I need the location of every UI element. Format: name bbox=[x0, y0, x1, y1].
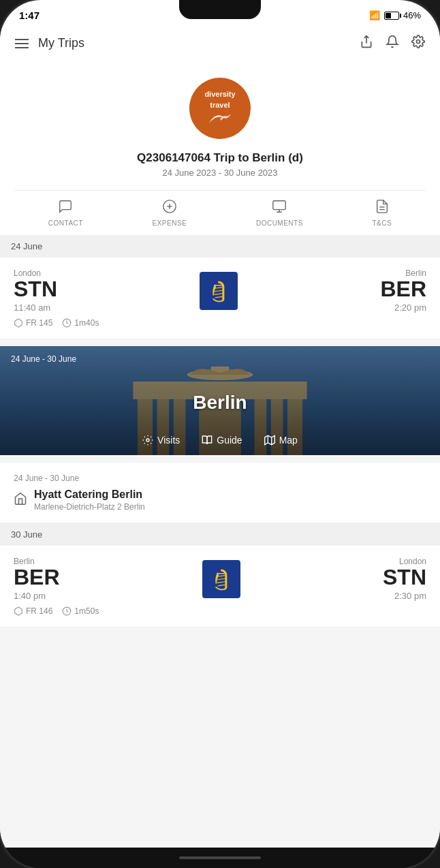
flight-number-out: FR 145 bbox=[14, 318, 52, 328]
return-origin-time: 1:40 pm bbox=[14, 591, 60, 601]
logo-text-line2: travel bbox=[210, 100, 230, 110]
guide-button[interactable]: Guide bbox=[202, 435, 242, 446]
page-title: My Trips bbox=[38, 36, 84, 50]
documents-icon bbox=[272, 199, 287, 217]
section-date-1: 24 June bbox=[11, 241, 42, 251]
return-flight-label: FR 146 bbox=[26, 606, 52, 616]
settings-button[interactable] bbox=[411, 35, 425, 52]
trip-title: Q2306147064 Trip to Berlin (d) bbox=[137, 151, 303, 165]
status-right: 📶 46% bbox=[369, 10, 421, 20]
section-header-1: 24 June bbox=[0, 235, 440, 258]
hotel-card[interactable]: 24 June - 30 June Hyatt Catering Berlin … bbox=[0, 462, 440, 523]
flight-origin: London STN 11:40 am bbox=[14, 268, 57, 313]
return-dest-code: STN bbox=[383, 566, 426, 588]
berlin-city-name: Berlin bbox=[193, 392, 247, 414]
content-scroll[interactable]: diversity travel Q2306147064 Trip to Ber… bbox=[0, 61, 440, 848]
bell-button[interactable] bbox=[386, 35, 399, 52]
phone-shell: 1:47 📶 46% My Trips bbox=[0, 0, 440, 868]
guide-label: Guide bbox=[217, 435, 242, 446]
header-section: diversity travel Q2306147064 Trip to Ber… bbox=[0, 61, 440, 235]
hotel-row: Hyatt Catering Berlin Marlene-Dietrich-P… bbox=[14, 489, 426, 512]
tab-documents[interactable]: DOCUMENTS bbox=[245, 193, 314, 232]
return-origin-code: BER bbox=[14, 566, 60, 588]
origin-code: STN bbox=[14, 278, 57, 300]
berlin-date-badge: 24 June - 30 June bbox=[11, 354, 76, 364]
dest-code: BER bbox=[380, 278, 426, 300]
flight-number-label: FR 145 bbox=[26, 318, 52, 328]
logo-text-line1: diversity bbox=[204, 89, 235, 99]
tab-tandc[interactable]: T&CS bbox=[361, 193, 403, 232]
screen: My Trips bbox=[0, 25, 440, 848]
share-button[interactable] bbox=[360, 35, 373, 52]
dest-time: 2:20 pm bbox=[394, 303, 426, 313]
hotel-info: Hyatt Catering Berlin Marlene-Dietrich-P… bbox=[34, 489, 145, 512]
berlin-actions: Visits Guide bbox=[0, 435, 440, 446]
contact-label: CONTACT bbox=[48, 219, 83, 227]
flight-duration-label: 1m40s bbox=[74, 318, 99, 328]
expense-icon bbox=[162, 199, 177, 217]
flight-meta-return: FR 146 1m50s bbox=[14, 606, 426, 616]
hotel-name: Hyatt Catering Berlin bbox=[34, 489, 145, 501]
top-bar-left: My Trips bbox=[15, 36, 84, 50]
top-bar: My Trips bbox=[0, 25, 440, 61]
home-indicator bbox=[179, 856, 261, 859]
return-duration-label: 1m50s bbox=[74, 606, 99, 616]
hotel-icon bbox=[14, 492, 27, 509]
flight-destination: Berlin BER 2:20 pm bbox=[380, 268, 426, 313]
notch bbox=[179, 0, 261, 19]
expense-label: EXPENSE bbox=[153, 219, 187, 227]
flight-duration-out: 1m40s bbox=[62, 318, 99, 328]
tandc-label: T&CS bbox=[372, 219, 392, 227]
origin-time: 11:40 am bbox=[14, 303, 57, 313]
signal-icon: 📶 bbox=[369, 10, 380, 20]
battery-icon bbox=[384, 12, 399, 20]
tab-contact[interactable]: CONTACT bbox=[37, 193, 94, 232]
hotel-section: 24 June - 30 June Hyatt Catering Berlin … bbox=[0, 462, 440, 523]
menu-button[interactable] bbox=[15, 39, 29, 48]
section-date-2: 30 June bbox=[11, 529, 42, 540]
visits-button[interactable]: Visits bbox=[142, 435, 180, 446]
return-flight-number: FR 146 bbox=[14, 606, 52, 616]
flight-meta-out: FR 145 1m40s bbox=[14, 318, 426, 328]
hotel-date: 24 June - 30 June bbox=[14, 474, 426, 483]
trip-dates: 24 June 2023 - 30 June 2023 bbox=[162, 168, 277, 178]
top-bar-right bbox=[360, 35, 425, 52]
status-bar: 1:47 📶 46% bbox=[0, 0, 440, 25]
company-logo: diversity travel bbox=[189, 78, 251, 139]
documents-label: DOCUMENTS bbox=[256, 219, 303, 227]
svg-point-1 bbox=[417, 40, 420, 44]
tab-expense[interactable]: EXPENSE bbox=[142, 193, 198, 232]
flight-return-origin: Berlin BER 1:40 pm bbox=[14, 557, 60, 601]
hotel-address: Marlene-Dietrich-Platz 2 Berlin bbox=[34, 502, 145, 512]
status-time: 1:47 bbox=[19, 10, 40, 21]
flight-return-card[interactable]: Berlin BER 1:40 pm bbox=[0, 546, 440, 627]
svg-marker-28 bbox=[264, 435, 274, 444]
flight-return-dest: London STN 2:30 pm bbox=[383, 557, 426, 601]
airline-logo-out bbox=[200, 272, 238, 310]
svg-rect-5 bbox=[273, 201, 285, 210]
return-flight-duration: 1m50s bbox=[62, 606, 99, 616]
map-label: Map bbox=[279, 435, 298, 446]
berlin-card[interactable]: 24 June - 30 June Berlin Visits bbox=[0, 346, 440, 455]
airline-logo-return bbox=[202, 560, 240, 598]
bottom-spacer bbox=[0, 627, 440, 648]
home-bar-area bbox=[0, 848, 440, 868]
flight-out-card[interactable]: London STN 11:40 am bbox=[0, 258, 440, 339]
svg-point-27 bbox=[146, 439, 149, 441]
tandc-icon bbox=[375, 199, 390, 217]
return-dest-time: 2:30 pm bbox=[394, 591, 426, 601]
nav-tabs: CONTACT EXPENSE bbox=[14, 190, 426, 235]
visits-label: Visits bbox=[157, 435, 180, 446]
battery-percent: 46% bbox=[403, 10, 421, 20]
map-button[interactable]: Map bbox=[264, 435, 298, 446]
contact-icon bbox=[58, 199, 73, 217]
section-header-2: 30 June bbox=[0, 523, 440, 546]
